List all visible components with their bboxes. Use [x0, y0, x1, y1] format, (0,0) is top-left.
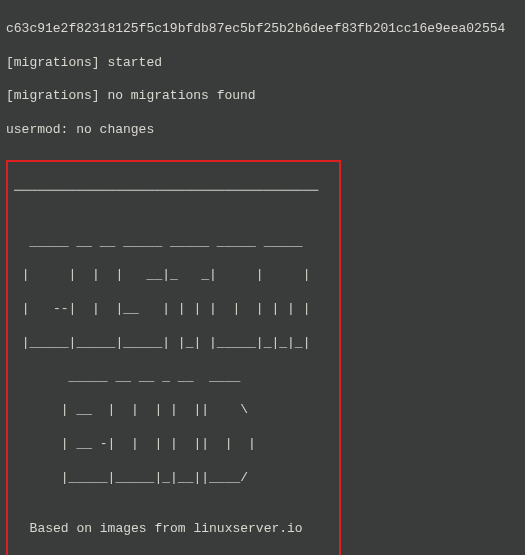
usermod-line: usermod: no changes [6, 122, 519, 139]
ascii-line: | --| | |__ | | | | | | | | | [14, 301, 333, 318]
hash-line: c63c91e2f82318125f5c19bfdb87ec5bf25b2b6d… [6, 21, 519, 38]
ascii-line: | __ | | | | || \ [14, 402, 333, 419]
ascii-line: _____ __ __ _____ _____ _____ _____ [14, 234, 333, 251]
ascii-line: | | | | __|_ _| | | [14, 267, 333, 284]
migrations-started: [migrations] started [6, 55, 519, 72]
ascii-credit: Based on images from linuxserver.io [14, 521, 333, 538]
ascii-line: |_____|_____|_|__||____/ [14, 470, 333, 487]
ascii-line: ─────────────────────────────────────── [14, 183, 333, 200]
migrations-none: [migrations] no migrations found [6, 88, 519, 105]
terminal-output: c63c91e2f82318125f5c19bfdb87ec5bf25b2b6d… [0, 0, 525, 555]
ascii-banner-box: ─────────────────────────────────────── … [6, 160, 341, 555]
ascii-line: _____ __ __ _ __ ____ [14, 369, 333, 386]
ascii-line: | __ -| | | | || | | [14, 436, 333, 453]
ascii-line: |_____|_____|_____| |_| |_____|_|_|_| [14, 335, 333, 352]
